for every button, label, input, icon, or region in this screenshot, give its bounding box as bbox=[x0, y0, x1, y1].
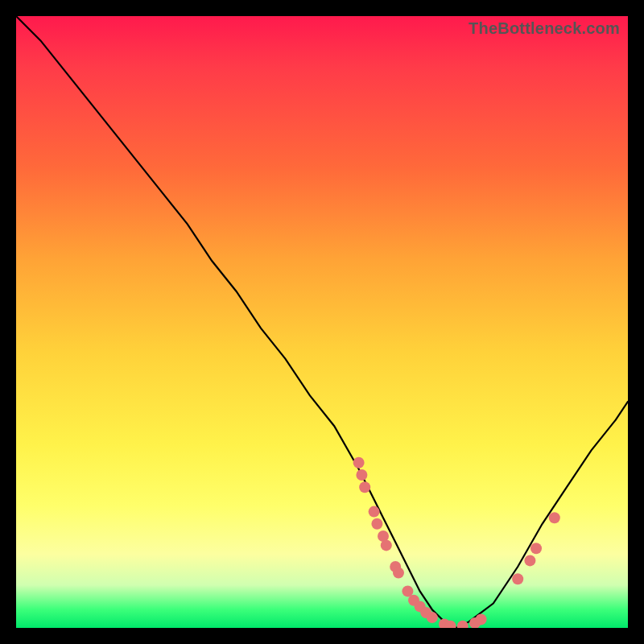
data-point bbox=[530, 543, 542, 554]
bottleneck-curve bbox=[16, 16, 628, 628]
chart-svg bbox=[16, 16, 628, 628]
plot-area: TheBottleneck.com bbox=[16, 16, 628, 628]
data-point bbox=[457, 621, 469, 628]
data-point bbox=[369, 506, 380, 518]
data-point bbox=[402, 585, 413, 597]
data-point bbox=[512, 573, 523, 584]
data-point bbox=[356, 469, 367, 481]
data-point bbox=[427, 612, 438, 623]
data-point bbox=[549, 512, 560, 523]
chart-frame: TheBottleneck.com bbox=[16, 16, 628, 628]
data-point bbox=[381, 539, 392, 551]
data-point bbox=[393, 568, 404, 579]
data-points bbox=[353, 457, 560, 628]
data-point bbox=[353, 457, 365, 469]
data-point bbox=[524, 555, 535, 566]
data-point bbox=[359, 481, 370, 493]
data-point bbox=[476, 613, 487, 625]
data-point bbox=[371, 518, 382, 530]
